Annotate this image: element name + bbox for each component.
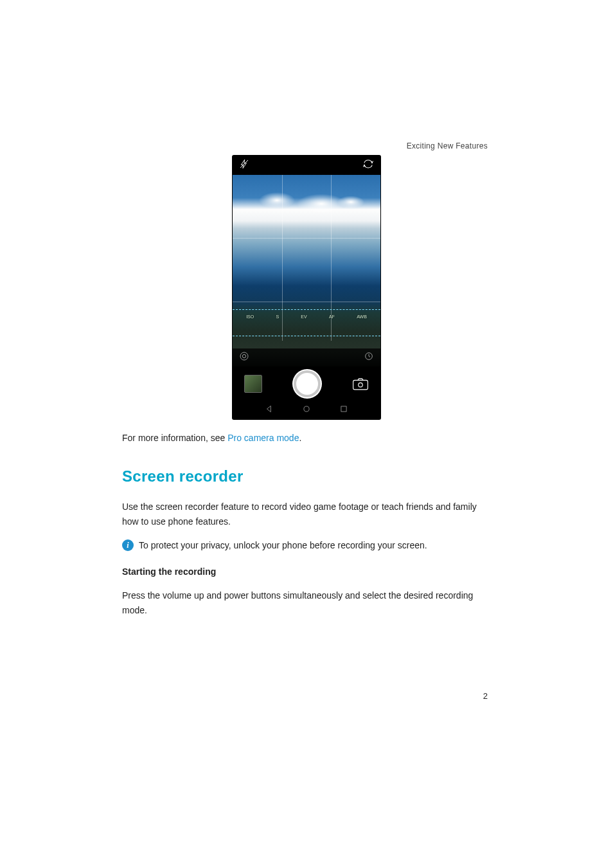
phone-frame: ISO S EV AF AWB xyxy=(233,156,380,419)
pro-params-strip: ISO S EV AF AWB xyxy=(233,313,380,320)
figure-camera-pro: ISO S EV AF AWB xyxy=(122,156,491,419)
nav-recent-icon xyxy=(339,404,348,416)
sky-clouds xyxy=(233,186,380,221)
svg-rect-4 xyxy=(353,380,368,390)
viewfinder-bottombar xyxy=(233,348,380,366)
callout-text: To protect your privacy, unlock your pho… xyxy=(139,538,427,553)
pro-guideline xyxy=(233,336,380,336)
svg-rect-6 xyxy=(341,406,346,411)
switch-camera-icon xyxy=(362,159,374,172)
pro-guideline xyxy=(233,309,380,310)
pro-camera-mode-link[interactable]: Pro camera mode xyxy=(227,433,299,443)
grid-line xyxy=(233,238,380,239)
camera-topbar xyxy=(233,156,380,175)
flash-icon xyxy=(239,159,249,172)
android-navbar xyxy=(233,401,380,419)
nav-home-icon xyxy=(302,404,311,416)
info-icon: i xyxy=(122,539,134,551)
pro-param-af: AF xyxy=(329,314,335,319)
pro-param-awb: AWB xyxy=(357,314,367,319)
svg-point-5 xyxy=(304,406,309,411)
section-heading-screen-recorder: Screen recorder xyxy=(122,464,491,489)
shutter-button xyxy=(294,370,321,397)
page-number: 2 xyxy=(483,691,488,701)
intro-suffix: . xyxy=(299,433,301,443)
intro-sentence: For more information, see Pro camera mod… xyxy=(122,431,491,446)
grid-line xyxy=(233,302,380,302)
nav-back-icon xyxy=(265,404,274,416)
section-body: Use the screen recorder feature to recor… xyxy=(122,500,491,529)
pro-param-s: S xyxy=(276,314,279,319)
gallery-mode-icon xyxy=(239,351,249,364)
gallery-thumbnail xyxy=(244,375,262,393)
subheading-starting-recording: Starting the recording xyxy=(122,565,491,579)
camera-viewfinder: ISO S EV AF AWB xyxy=(233,175,380,366)
svg-point-2 xyxy=(242,354,245,357)
svg-point-1 xyxy=(240,352,248,360)
intro-prefix: For more information, see xyxy=(122,433,227,443)
pro-param-iso: ISO xyxy=(246,314,254,319)
running-header: Exciting New Features xyxy=(407,141,488,150)
info-callout: i To protect your privacy, unlock your p… xyxy=(122,538,491,553)
pro-param-ev: EV xyxy=(301,314,306,319)
camera-switch-icon xyxy=(352,377,369,391)
camera-controls xyxy=(233,366,380,401)
mode-indicator-icon xyxy=(364,351,374,364)
subheading-body: Press the volume up and power buttons si… xyxy=(122,588,491,618)
